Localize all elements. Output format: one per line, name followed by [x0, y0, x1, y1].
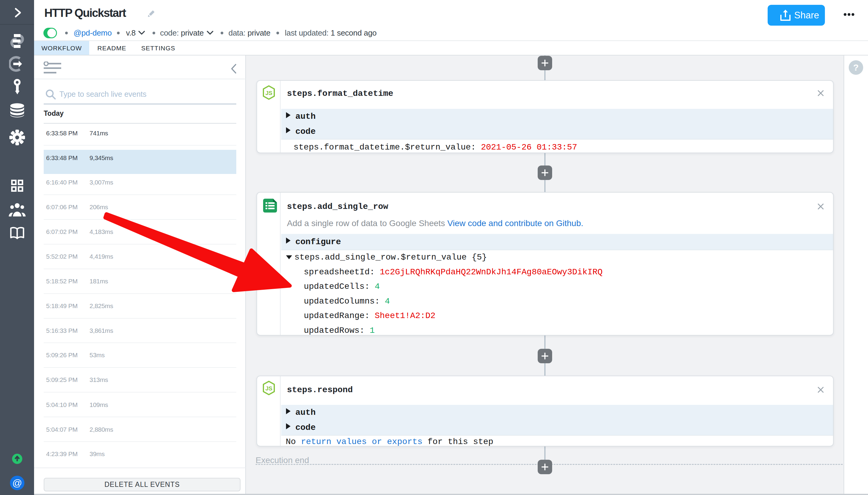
- svg-text:@: @: [12, 478, 22, 488]
- svg-text:JS: JS: [265, 90, 272, 96]
- svg-text:JS: JS: [265, 385, 272, 392]
